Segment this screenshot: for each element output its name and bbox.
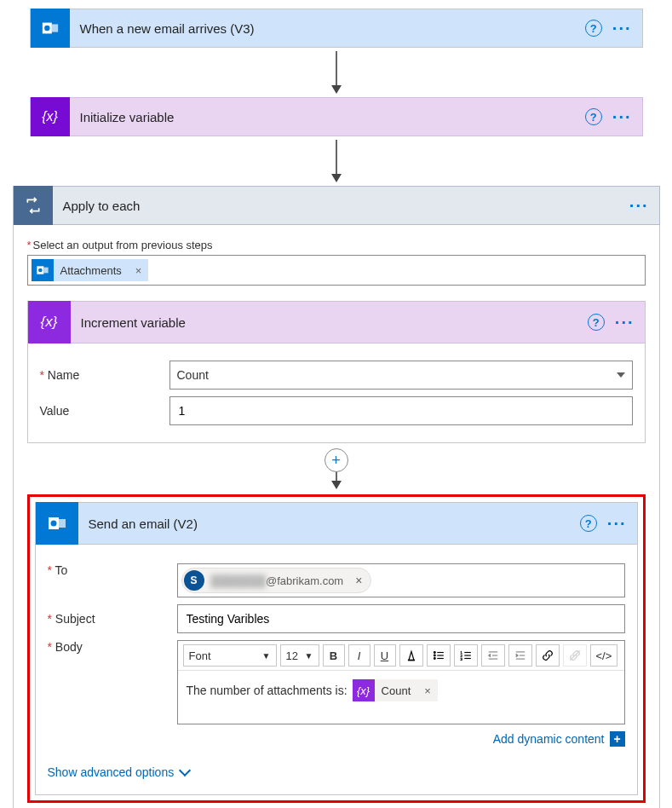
help-icon[interactable]: ? <box>585 20 602 37</box>
increment-card: {x} Increment variable ? ··· Name Count <box>27 301 646 443</box>
svg-rect-7 <box>59 519 66 528</box>
body-editor[interactable]: Font▼ 12▼ B I U 123 <box>177 640 625 724</box>
avatar: S <box>184 570 204 591</box>
font-select[interactable]: Font▼ <box>183 644 277 667</box>
value-input[interactable] <box>169 396 633 425</box>
apply-each-card[interactable]: Apply to each ··· <box>13 186 660 225</box>
number-list-button[interactable]: 123 <box>454 644 478 667</box>
variable-icon: {x} <box>28 301 71 343</box>
show-advanced-link[interactable]: Show advanced options <box>48 765 175 779</box>
italic-button[interactable]: I <box>348 644 370 667</box>
send-title: Send an email (V2) <box>78 517 580 531</box>
increment-title: Increment variable <box>71 315 588 330</box>
subject-input[interactable] <box>177 604 625 633</box>
more-icon[interactable]: ··· <box>607 519 627 528</box>
code-view-button[interactable]: </> <box>590 644 618 667</box>
svg-point-8 <box>50 521 56 527</box>
increment-header[interactable]: {x} Increment variable ? ··· <box>27 301 646 343</box>
outlook-icon <box>32 259 54 281</box>
help-icon[interactable]: ? <box>588 314 605 331</box>
init-title: Initialize variable <box>70 110 585 124</box>
indent-button[interactable] <box>508 644 532 667</box>
svg-rect-4 <box>43 268 48 274</box>
token-label: Count <box>375 684 418 697</box>
outdent-button[interactable] <box>481 644 505 667</box>
apply-title: Apply to each <box>53 199 629 213</box>
variable-icon: {x} <box>353 679 375 701</box>
unlink-button[interactable] <box>563 644 587 667</box>
recipient-masked: ███████@fabrikam.com <box>211 574 344 587</box>
trigger-title: When a new email arrives (V3) <box>70 21 585 36</box>
svg-rect-9 <box>407 660 414 661</box>
init-variable-card[interactable]: {x} Initialize variable ? ··· <box>30 97 643 136</box>
svg-point-12 <box>434 655 435 656</box>
svg-point-10 <box>434 652 435 654</box>
highlighted-action: Send an email (V2) ? ··· To S ███████@fa… <box>27 494 646 803</box>
svg-rect-1 <box>51 24 57 32</box>
recipient-pill[interactable]: S ███████@fabrikam.com × <box>181 568 372 593</box>
loop-icon <box>14 186 53 225</box>
to-label: To <box>48 563 167 577</box>
plus-icon: + <box>331 452 341 470</box>
link-button[interactable] <box>536 644 560 667</box>
select-output-label: *Select an output from previous steps <box>27 239 646 251</box>
plus-icon[interactable]: + <box>610 731 625 747</box>
remove-recipient-icon[interactable]: × <box>355 574 362 587</box>
name-label: Name <box>40 368 159 382</box>
send-email-header[interactable]: Send an email (V2) ? ··· <box>35 502 638 545</box>
select-output-input[interactable]: Attachments × <box>27 255 646 286</box>
add-step-button[interactable]: + <box>325 448 348 472</box>
help-icon[interactable]: ? <box>585 108 602 125</box>
trigger-card[interactable]: When a new email arrives (V3) ? ··· <box>30 9 643 48</box>
chevron-down-icon <box>179 765 191 776</box>
rte-toolbar: Font▼ 12▼ B I U 123 <box>178 641 624 671</box>
token-remove-icon[interactable]: × <box>417 684 438 697</box>
bold-button[interactable]: B <box>323 644 345 667</box>
outlook-icon <box>31 9 70 48</box>
count-token[interactable]: {x} Count × <box>353 679 438 701</box>
color-button[interactable] <box>399 644 423 667</box>
svg-point-14 <box>434 658 435 660</box>
help-icon[interactable]: ? <box>580 515 597 532</box>
svg-point-5 <box>38 268 43 273</box>
attachments-token[interactable]: Attachments × <box>32 259 149 281</box>
variable-icon: {x} <box>31 97 70 136</box>
add-dynamic-content-link[interactable]: Add dynamic content <box>493 732 605 746</box>
flow-arrow <box>10 51 662 94</box>
body-text: The number of attachments is: <box>187 684 347 697</box>
flow-arrow <box>10 140 662 182</box>
body-label: Body <box>48 640 167 654</box>
more-icon[interactable]: ··· <box>629 201 649 210</box>
subject-label: Subject <box>48 612 167 626</box>
apply-each-body: *Select an output from previous steps At… <box>13 225 660 808</box>
outlook-icon <box>36 502 78 545</box>
more-icon[interactable]: ··· <box>612 24 632 32</box>
font-size-select[interactable]: 12▼ <box>280 644 319 667</box>
more-icon[interactable]: ··· <box>615 318 635 326</box>
token-label: Attachments <box>54 264 129 277</box>
chevron-down-icon <box>617 372 625 378</box>
to-input[interactable]: S ███████@fabrikam.com × <box>177 563 625 597</box>
name-dropdown[interactable]: Count <box>169 361 633 390</box>
svg-point-2 <box>44 26 49 31</box>
token-remove-icon[interactable]: × <box>129 264 149 277</box>
bullet-list-button[interactable] <box>427 644 451 667</box>
value-label: Value <box>40 404 159 418</box>
more-icon[interactable]: ··· <box>612 113 632 121</box>
underline-button[interactable]: U <box>374 644 396 667</box>
svg-text:3: 3 <box>460 657 462 661</box>
